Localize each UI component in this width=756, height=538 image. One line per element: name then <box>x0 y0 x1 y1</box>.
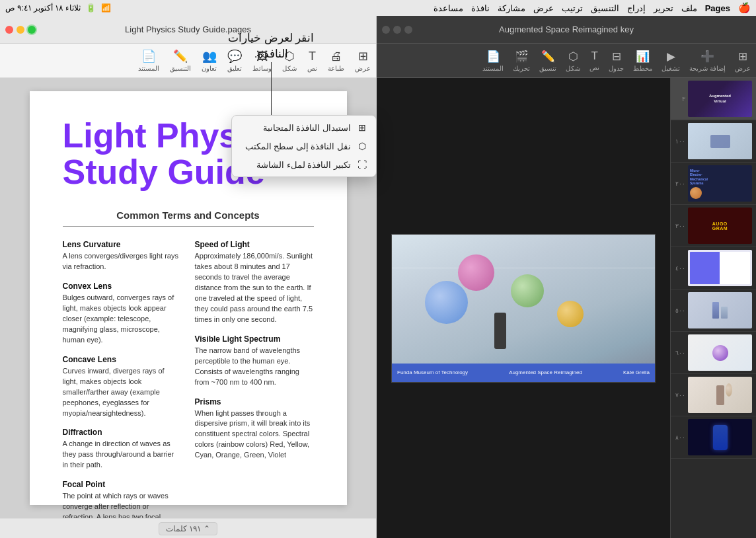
toolbar-print[interactable]: 🖨 طباعة <box>328 50 344 72</box>
animate-icon: 🎬 <box>515 50 529 63</box>
def-2: Bulges outward, converges rays of light,… <box>63 293 182 346</box>
minimize-button[interactable] <box>17 26 24 34</box>
keynote-toolbar-animate[interactable]: 🎬 تحريك <box>513 50 530 72</box>
slide-thumbnail-9 <box>688 419 752 455</box>
menu-insert[interactable]: إدراج <box>627 3 646 13</box>
menu-arrange[interactable]: ترتيب <box>562 3 583 13</box>
keynote-toolbar-view[interactable]: ⊞ عرض <box>735 50 751 72</box>
callout: انقر لعرض خيارات النافذة. <box>228 30 314 115</box>
term-r2: Visible Light Spectrum <box>195 334 314 344</box>
text-icon: T <box>591 50 598 63</box>
keynote-canvas[interactable]: Funda Museum of Technology Augmented Spa… <box>377 78 670 538</box>
def-r2: The narrow band of wavelengths perceptib… <box>195 346 314 388</box>
slide-footer: Funda Museum of Technology Augmented Spa… <box>392 364 655 382</box>
move-icon: ⬡ <box>356 141 368 151</box>
fullscreen-button[interactable] <box>28 26 36 34</box>
slide-footer-right: Funda Museum of Technology <box>397 369 468 375</box>
document-columns: Lens Curvature A lens converges/diverges… <box>63 240 314 518</box>
slide-footer-left: Kate Grella <box>623 369 650 375</box>
keynote-close-button[interactable] <box>382 26 390 34</box>
slide-thumbnail-7 <box>688 334 752 371</box>
slide-thumb-9[interactable]: ٨٠٠ <box>671 416 756 459</box>
slide-thumb-6[interactable]: ٥٠٠ <box>671 289 756 332</box>
keynote-toolbar-table[interactable]: ⊟ جدول <box>609 50 624 72</box>
slide-thumbnail-1: AugmentedVirtual <box>688 81 752 117</box>
ar-figure <box>494 313 506 349</box>
slide-num-6: ٥٠٠ <box>675 307 685 314</box>
menu-view[interactable]: عرض <box>533 3 554 13</box>
term-2: Convex Lens <box>63 282 182 291</box>
toolbar-collaborate[interactable]: 👥 تعاون <box>202 49 217 72</box>
keynote-toolbar-play[interactable]: ▶ تشغيل <box>662 50 680 72</box>
slide-thumb-5[interactable]: ٤٠٠ <box>671 247 756 289</box>
slide-thumb-7[interactable]: ٦٠٠ <box>671 332 756 374</box>
document-subtitle: Common Terms and Concepts <box>63 210 314 221</box>
keynote-fullscreen-button[interactable] <box>404 26 412 34</box>
popup-menu: ⊞ استبدال النافذة المتجانبة ⬡ نقل النافذ… <box>231 115 377 177</box>
datetime: ثلاثاء ١٨ أكتوبر ٩:٤١ ص <box>5 3 81 13</box>
menu-format[interactable]: التنسيق <box>591 3 619 13</box>
status-bar: 📶 🔋 ثلاثاء ١٨ أكتوبر ٩:٤١ ص <box>5 3 111 13</box>
main-container: Light Physics Study Guide.pages ⊞ عرض 🖨 … <box>0 16 756 538</box>
keynote-title: Augmented Space Reimagined key <box>499 24 634 34</box>
def-5: The point at which rays or waves converg… <box>63 491 182 518</box>
fullscreen-icon: ⛶ <box>356 159 368 170</box>
pages-toolbar: ⊞ عرض 🖨 طباعة T نص ⬡ شكل 🖼 وسائط 💬 تعلي <box>0 44 376 78</box>
term-r1: Speed of Light <box>195 240 314 249</box>
keynote-toolbar-chart[interactable]: 📊 مخطط <box>633 50 652 72</box>
keynote-toolbar-shape[interactable]: ⬡ شكل <box>566 50 580 72</box>
traffic-lights <box>5 26 36 34</box>
ar-scene <box>392 235 655 382</box>
slide-thumb-3[interactable]: ٢٠٠ Micro-Electro-MechanicalSystems <box>671 163 756 205</box>
tile-icon: ⊞ <box>356 122 368 133</box>
def-1: A lens converges/diverges light rays via… <box>63 251 182 272</box>
slide-thumbnail-2 <box>688 123 752 159</box>
play-icon: ▶ <box>667 50 675 63</box>
menu-file[interactable]: ملف <box>681 3 697 13</box>
keynote-toolbar-document[interactable]: 📄 المستند <box>482 50 504 72</box>
def-r1: Approximately 186,000mi/s. Sunlight take… <box>195 251 314 325</box>
slide-thumb-8[interactable]: ٧٠٠ <box>671 374 756 416</box>
slide-footer-center: Augmented Space Reimagined <box>509 369 582 375</box>
slide-num-8: ٧٠٠ <box>675 392 685 399</box>
keynote-toolbar: ⊞ عرض ➕ إضافة شريحة ▶ تشغيل 📊 مخطط ⊟ جدو… <box>377 44 756 78</box>
close-button[interactable] <box>5 26 13 34</box>
term-3: Concave Lens <box>63 355 182 364</box>
word-count-button[interactable]: ⌃ ١٩١ كلمات <box>159 522 217 535</box>
toolbar-view[interactable]: ⊞ عرض <box>355 49 371 72</box>
add-slide-icon: ➕ <box>700 50 714 63</box>
slide-panel: ٣ AugmentedVirtual ١٠٠ ٢٠٠ <box>670 78 756 538</box>
slide-thumbnail-5 <box>688 250 752 286</box>
keynote-toolbar-addslide[interactable]: ➕ إضافة شريحة <box>689 50 726 72</box>
menu-help[interactable]: مساعدة <box>434 3 463 13</box>
slide-image <box>392 235 655 382</box>
chart-icon: 📊 <box>636 50 650 63</box>
document-icon: 📄 <box>486 50 500 63</box>
slide-thumb-4[interactable]: ٣٠٠ AUGOGRAM <box>671 205 756 247</box>
def-3: Curves inward, diverges rays of light, m… <box>63 366 182 419</box>
keynote-traffic-lights <box>382 26 412 34</box>
menu-edit[interactable]: تحرير <box>654 3 673 13</box>
table-icon: ⊟ <box>612 50 621 63</box>
keynote-minimize-button[interactable] <box>393 26 401 34</box>
slide-thumb-2[interactable]: ١٠٠ <box>671 120 756 163</box>
toolbar-document[interactable]: 📄 المستند <box>138 49 159 72</box>
toolbar-format[interactable]: ✏️ التنسيق <box>170 49 191 72</box>
popup-item-tile[interactable]: ⊞ استبدال النافذة المتجانبة <box>232 118 376 137</box>
battery-icon: 🔋 <box>86 3 96 13</box>
keynote-main: Funda Museum of Technology Augmented Spa… <box>377 78 756 538</box>
popup-item-move[interactable]: ⬡ نقل النافذة إلى سطح المكتب <box>232 137 376 155</box>
keynote-toolbar-text[interactable]: T نص <box>589 50 599 71</box>
term-1: Lens Curvature <box>63 240 182 249</box>
menu-share[interactable]: مشاركة <box>498 3 525 13</box>
keynote-toolbar-format[interactable]: ✏️ تنسيق <box>539 50 556 72</box>
apple-logo-icon[interactable]: 🍎 <box>738 2 751 14</box>
slide-thumb-1[interactable]: ٣ AugmentedVirtual <box>671 78 756 120</box>
menu-window[interactable]: نافذة <box>471 3 490 13</box>
menu-app[interactable]: Pages <box>705 3 730 13</box>
collaborate-icon: 👥 <box>202 49 217 63</box>
slide-num-4: ٣٠٠ <box>675 223 685 229</box>
menu-bar-right: 🍎 Pages ملف تحرير إدراج التنسيق ترتيب عر… <box>434 2 751 14</box>
pages-titlebar: Light Physics Study Guide.pages <box>0 16 376 44</box>
popup-item-fullscreen[interactable]: ⛶ تكبير النافذة لملء الشاشة <box>232 155 376 174</box>
